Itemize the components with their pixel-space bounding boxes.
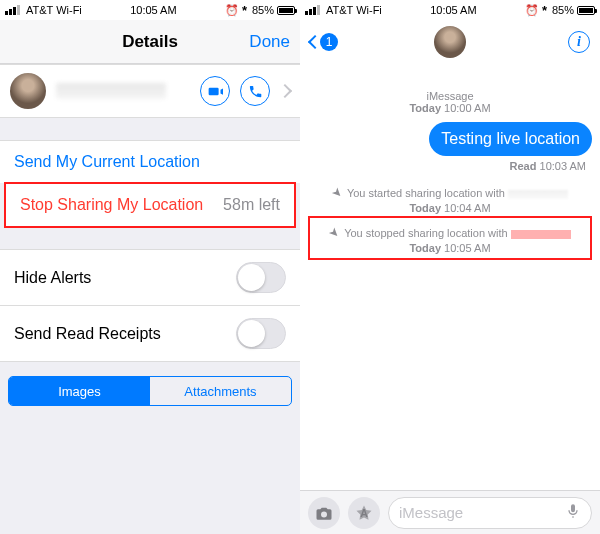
contact-avatar[interactable]	[434, 26, 466, 58]
messages-pane: AT&T Wi-Fi 10:05 AM ⏰ 85% 1 i iMessage T…	[300, 0, 600, 534]
system-started-sharing: ➤ You started sharing location with	[312, 186, 588, 200]
alarm-icon: ⏰	[525, 4, 539, 17]
apps-button[interactable]: A	[348, 497, 380, 529]
signal-bars-icon	[5, 5, 20, 15]
status-bar: AT&T Wi-Fi 10:05 AM ⏰ 85%	[0, 0, 300, 20]
sys-stopped-time-row: Today 10:05 AM	[310, 242, 590, 254]
stop-sharing-button[interactable]: Stop Sharing My Location 58m left	[6, 184, 294, 226]
carrier-label: AT&T Wi-Fi	[326, 4, 382, 16]
sys-day: Today	[409, 242, 441, 254]
back-button[interactable]: 1	[310, 33, 338, 51]
carrier-label: AT&T Wi-Fi	[26, 4, 82, 16]
contact-name-redacted	[56, 83, 166, 99]
location-arrow-icon: ➤	[326, 225, 343, 242]
name-redacted	[508, 190, 568, 199]
sys-started-text: You started sharing location with	[347, 187, 505, 199]
svg-text:A: A	[360, 506, 368, 518]
message-list: iMessage Today 10:00 AM Testing live loc…	[300, 64, 600, 272]
hide-alerts-toggle[interactable]	[236, 262, 286, 293]
system-stopped-sharing: ➤ You stopped sharing location with	[314, 226, 586, 240]
nav-bar: 1 i	[300, 20, 600, 64]
message-bubble[interactable]: Testing live location	[429, 122, 592, 156]
location-arrow-icon: ➤	[329, 185, 346, 202]
status-bar: AT&T Wi-Fi 10:05 AM ⏰ 85%	[300, 0, 600, 20]
call-button[interactable]	[240, 76, 270, 106]
chevron-right-icon	[278, 84, 292, 98]
outgoing-message-row: Testing live location	[308, 122, 592, 156]
camera-button[interactable]	[308, 497, 340, 529]
read-label: Read	[510, 160, 537, 172]
app-label: iMessage	[308, 90, 592, 102]
read-receipt: Read 10:03 AM	[308, 160, 586, 172]
stop-sharing-label: Stop Sharing My Location	[20, 196, 203, 214]
hide-alerts-row: Hide Alerts	[0, 249, 300, 305]
bluetooth-icon	[242, 5, 249, 16]
facetime-video-button[interactable]	[200, 76, 230, 106]
alarm-icon: ⏰	[225, 4, 239, 17]
clock-label: 10:05 AM	[130, 4, 176, 16]
done-button[interactable]: Done	[249, 32, 290, 52]
clock-label: 10:05 AM	[430, 4, 476, 16]
input-placeholder: iMessage	[399, 504, 463, 521]
details-pane: AT&T Wi-Fi 10:05 AM ⏰ 85% Details Done S…	[0, 0, 300, 534]
tab-attachments[interactable]: Attachments	[150, 377, 291, 405]
bluetooth-icon	[542, 5, 549, 16]
contact-row[interactable]	[0, 64, 300, 118]
nav-bar: Details Done	[0, 20, 300, 64]
tab-images[interactable]: Images	[9, 377, 150, 405]
send-location-label: Send My Current Location	[14, 153, 200, 171]
send-current-location-button[interactable]: Send My Current Location	[0, 140, 300, 183]
message-input[interactable]: iMessage	[388, 497, 592, 529]
read-receipts-toggle[interactable]	[236, 318, 286, 349]
stopped-sharing-highlight: ➤ You stopped sharing location with Toda…	[308, 216, 592, 260]
stop-sharing-highlight: Stop Sharing My Location 58m left	[4, 182, 296, 228]
segmented-control: Images Attachments	[8, 376, 292, 406]
back-badge: 1	[320, 33, 338, 51]
info-button[interactable]: i	[568, 31, 590, 53]
sys-started-time: 10:04 AM	[444, 202, 490, 214]
battery-icon	[577, 6, 595, 15]
thread-header: iMessage Today 10:00 AM	[308, 90, 592, 114]
read-receipts-row: Send Read Receipts	[0, 305, 300, 362]
battery-pct-label: 85%	[252, 4, 274, 16]
header-day: Today	[409, 102, 441, 114]
header-time: 10:00 AM	[444, 102, 490, 114]
microphone-icon[interactable]	[565, 503, 581, 522]
battery-pct-label: 85%	[552, 4, 574, 16]
input-bar: A iMessage	[300, 490, 600, 534]
sys-day: Today	[409, 202, 441, 214]
time-left-label: 58m left	[223, 196, 280, 214]
sys-stopped-text: You stopped sharing location with	[344, 227, 508, 239]
hide-alerts-label: Hide Alerts	[14, 269, 91, 287]
read-receipts-label: Send Read Receipts	[14, 325, 161, 343]
contact-avatar	[10, 73, 46, 109]
name-redacted	[511, 230, 571, 239]
battery-icon	[277, 6, 295, 15]
signal-bars-icon	[305, 5, 320, 15]
read-time: 10:03 AM	[540, 160, 586, 172]
sys-stopped-time: 10:05 AM	[444, 242, 490, 254]
sys-started-time-row: Today 10:04 AM	[308, 202, 592, 214]
